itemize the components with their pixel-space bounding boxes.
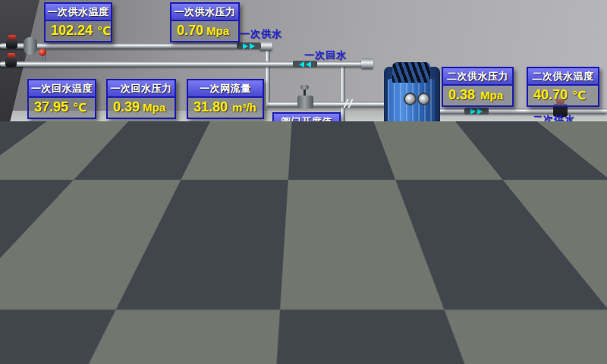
makeup-branch-valve[interactable] (414, 231, 423, 240)
makeup-loop-riser-pipe (354, 300, 358, 324)
tag-value: 0.39 (113, 99, 140, 115)
tank-leg (67, 331, 74, 354)
sensor-tag-primary-return-pressure[interactable]: 一次回水压力 0.39Mpa (106, 79, 176, 119)
network-control-valve[interactable] (297, 96, 313, 108)
tag-unit: Mpa (206, 24, 229, 37)
tag-value: 36.63 (533, 207, 567, 223)
control-valve-actuator (300, 85, 309, 89)
circulation-pump-2[interactable] (369, 145, 402, 215)
tag-unit: Mpa (476, 209, 499, 221)
exchanger-bolt-cap (392, 62, 430, 83)
primary-return-valve[interactable] (5, 58, 17, 67)
tank-manhole (62, 269, 100, 307)
pump-volute (178, 333, 198, 348)
pump-fan-cap (376, 145, 395, 152)
exchanger-port (417, 146, 430, 158)
sensor-tag-secondary-supply-pressure[interactable]: 二次供水压力 0.38Mpa (442, 67, 514, 107)
tag-unit: ℃ (73, 101, 86, 115)
pipe-label-primary-return: 一次回水 (304, 49, 347, 62)
tag-title: 阀门开度值 (274, 114, 339, 131)
exchanger-port (404, 93, 417, 105)
tag-unit: m³ (74, 251, 87, 264)
tag-unit: ℃ (571, 209, 585, 222)
tag-title: 一次供水压力 (171, 4, 238, 21)
sensor-tag-secondary-supply-temp[interactable]: 二次供水温度 40.70℃ (527, 67, 599, 107)
tag-unit: Hz (257, 311, 271, 324)
water-tank[interactable] (0, 190, 152, 360)
tag-value: 0.70 (177, 23, 203, 39)
strainer-filter[interactable] (24, 37, 37, 55)
tank-manhole (14, 273, 52, 311)
primary-supply-pipe (0, 43, 267, 49)
sensor-tag-primary-supply-pressure[interactable]: 一次供水压力 0.70Mpa (170, 2, 240, 42)
floor-ghost-outline (254, 199, 297, 226)
circulation-pump-1[interactable] (322, 149, 355, 218)
pipe-flange (361, 58, 373, 69)
tag-unit: ℃ (572, 89, 586, 102)
tag-title: 一次回水压力 (108, 80, 175, 98)
exchanger-port (417, 93, 430, 105)
valve-handle (414, 227, 423, 231)
makeup-pump-2[interactable] (171, 287, 205, 356)
tag-value: 1.10 (33, 249, 59, 265)
valve-handle (8, 35, 16, 39)
pump-nameplate (194, 251, 203, 275)
tank-leg (36, 331, 43, 354)
primary-supply-drop-pipe (265, 46, 270, 106)
pump-fan-cap (179, 287, 197, 294)
tag-value: 33.88 (219, 309, 253, 325)
sensor-tag-makeup-pump-frequency[interactable]: 补水泵频率 33.88Hz (212, 289, 283, 329)
tag-unit: Mpa (480, 89, 503, 102)
tag-title: 一次回水温度 (29, 80, 95, 98)
pump-nameplate (184, 297, 192, 321)
tag-value: 31.80 (193, 99, 228, 115)
pipe-label-secondary-return: 二次回水 (543, 234, 586, 247)
sensor-tag-primary-network-flow[interactable]: 一次网流量 31.80m³/h (187, 79, 264, 119)
flow-arrow-icon (371, 223, 395, 230)
tag-unit: Mpa (143, 101, 165, 114)
sensor-tag-primary-supply-temp[interactable]: 一次供水温度 102.24℃ (44, 2, 112, 42)
flow-arrow-icon (439, 296, 463, 303)
tag-title: 二次回水温度 (527, 188, 599, 206)
pump-nameplate (334, 158, 342, 183)
tank-vent-pipe (96, 194, 120, 231)
tag-value: 40.70 (533, 87, 568, 103)
tank-leg (96, 331, 102, 354)
tank-leg (9, 331, 16, 354)
pipe-label-secondary-supply: 二次供水 (533, 113, 575, 127)
tag-value: 102.24 (51, 23, 93, 39)
pump-fan-cap (190, 241, 208, 249)
tag-title: 一次供水温度 (46, 4, 111, 21)
tag-value: 5.92 (279, 133, 306, 149)
tag-unit: ℃ (97, 24, 111, 38)
tag-title: 补水泵频率 (213, 290, 281, 308)
tag-title: 二次供水温度 (528, 68, 598, 86)
tag-value: 0.38 (448, 87, 475, 103)
valve-handle (8, 53, 15, 58)
tag-title: 一次网流量 (188, 80, 263, 98)
sensor-tag-secondary-return-pressure[interactable]: 二次回水压力 0.27Mpa (441, 187, 510, 227)
makeup-riser-pipe (463, 255, 466, 296)
sensor-tag-primary-return-temp[interactable]: 一次回水温度 37.95℃ (27, 79, 96, 119)
flow-arrow-icon (464, 108, 489, 115)
pipe-label-primary-supply: 一次供水 (240, 27, 282, 41)
flow-arrow-icon (395, 250, 420, 257)
exchanger-port (402, 146, 415, 158)
pump-nameplate (381, 155, 389, 179)
primary-supply-valve[interactable] (6, 39, 17, 49)
flow-arrow-icon (237, 42, 261, 49)
tag-unit: m³/h (232, 101, 256, 114)
tag-value: 37.95 (34, 99, 68, 115)
pump-volute (376, 191, 395, 206)
secondary-supply-pipe (432, 108, 607, 114)
sensor-tag-tank-level[interactable]: 水箱液位高度 1.10m³ (26, 229, 98, 269)
tag-title: 二次回水压力 (442, 188, 508, 206)
pump-volute (329, 195, 348, 210)
tag-unit: % (320, 134, 330, 147)
sensor-tag-valve-opening[interactable]: 阀门开度值 5.92% (272, 112, 341, 152)
tag-title: 二次供水压力 (443, 68, 512, 86)
ball-valve-knob[interactable] (39, 49, 46, 56)
pipe-flange (259, 41, 272, 51)
pipe-label-makeup-water: 补水 (439, 304, 461, 318)
sensor-tag-secondary-return-temp[interactable]: 二次回水温度 36.63℃ (526, 187, 600, 227)
